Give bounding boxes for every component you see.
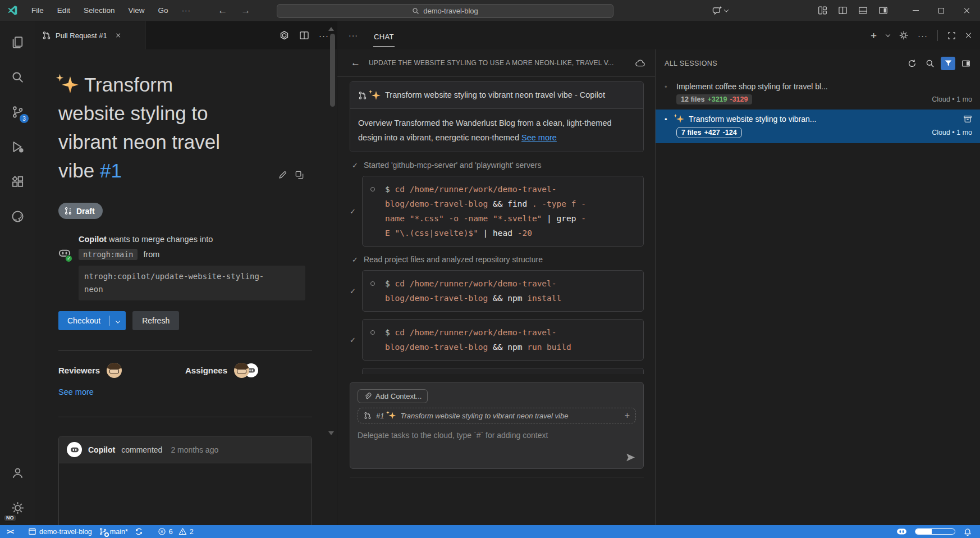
send-button[interactable]: [625, 452, 636, 463]
pr-reference-card[interactable]: Transform website styling to vibrant neo…: [350, 81, 644, 152]
pr-title: Transform website styling to vibrant neo…: [58, 70, 312, 185]
terminal-code-block[interactable]: $ cd /home/runner/work/demo-travel- blog…: [362, 319, 644, 361]
filter-sessions-icon[interactable]: [941, 57, 955, 70]
statusbar-repo[interactable]: demo-travel-blog: [25, 525, 95, 538]
menu-go[interactable]: Go: [152, 6, 175, 15]
openai-action-icon[interactable]: [279, 30, 290, 41]
refresh-button[interactable]: Refresh: [132, 311, 179, 330]
vscode-window: File Edit Selection View Go ··· ← → demo…: [0, 0, 980, 538]
session-meta: Cloud • 1 mo: [932, 95, 972, 103]
terminal-code-block[interactable]: $ cd /home/runner/work/demo-travel- blog…: [362, 176, 644, 247]
maximize-button[interactable]: [928, 0, 954, 21]
copilot-chat-toggle[interactable]: [712, 6, 728, 16]
editor-scrollbar[interactable]: [330, 34, 335, 107]
sparkles-icon: [388, 412, 396, 420]
sync-button[interactable]: [131, 525, 146, 538]
paperclip-icon: [364, 393, 372, 400]
check-badge-icon: ✓: [65, 255, 72, 262]
pull-request-icon: [42, 31, 51, 40]
chat-settings-gear-icon[interactable]: [899, 31, 908, 40]
scrollbar-up-icon[interactable]: [328, 27, 334, 31]
remote-indicator[interactable]: ><: [6, 525, 18, 538]
profile-badge: NO: [3, 514, 17, 522]
copilot-status-icon[interactable]: [896, 526, 907, 537]
pr-overview: Transform website styling to vibrant neo…: [35, 49, 337, 525]
more-actions-icon[interactable]: ···: [319, 31, 329, 40]
chat-input-placeholder[interactable]: Delegate tasks to the cloud, type `#` fo…: [358, 431, 636, 440]
chat-back-icon[interactable]: ←: [351, 57, 360, 69]
session-list-item[interactable]: • Implement coffee shop styling for trav…: [656, 77, 980, 110]
error-icon: [158, 527, 166, 536]
panel-more-icon[interactable]: ···: [349, 31, 358, 40]
base-branch-chip[interactable]: ntrogh:main: [79, 249, 138, 260]
titlebar-right: [712, 0, 980, 21]
toggle-sessions-layout-icon[interactable]: [959, 57, 973, 70]
new-chat-dropdown-icon[interactable]: [886, 32, 890, 37]
add-attachment-icon[interactable]: +: [625, 411, 630, 421]
settings-button[interactable]: NO: [0, 490, 35, 525]
archive-icon[interactable]: [963, 115, 972, 124]
toggle-secondary-sidebar-icon[interactable]: [878, 6, 888, 15]
pr-number-link[interactable]: #1: [100, 159, 122, 181]
terminal-command-line: name "*.css" -o -name "*.svelte" | grep …: [385, 211, 636, 226]
split-editor-icon[interactable]: [299, 30, 309, 40]
see-more-link[interactable]: See more: [521, 133, 557, 142]
check-icon: ✓: [352, 161, 358, 170]
nav-forward-icon[interactable]: →: [241, 5, 250, 16]
nav-back-icon[interactable]: ←: [218, 5, 227, 16]
terminal-code-block[interactable]: $ cd /home/runner/work/demo-travel- blog…: [362, 270, 644, 312]
scrollbar-down-icon[interactable]: [328, 431, 334, 435]
menu-selection[interactable]: Selection: [77, 6, 122, 15]
edit-title-icon[interactable]: [278, 170, 287, 180]
minimize-button[interactable]: [903, 0, 928, 21]
session-title: Implement coffee shop styling for travel…: [676, 82, 972, 91]
terminal-command-line: blog/demo-travel-blog && npm run build: [385, 340, 636, 354]
close-window-button[interactable]: [954, 0, 980, 21]
checkout-dropdown-icon[interactable]: [110, 316, 126, 325]
head-branch-block[interactable]: ntrogh:copilot/update-website-styling- n…: [79, 266, 305, 300]
statusbar-branch[interactable]: main*: [95, 525, 131, 538]
customize-layout-icon[interactable]: [818, 6, 827, 15]
account-button[interactable]: [0, 455, 35, 490]
add-context-button[interactable]: Add Context...: [358, 389, 428, 403]
menu-overflow-icon[interactable]: ···: [175, 6, 198, 15]
sidebar-item-extensions[interactable]: [0, 164, 35, 199]
sidebar-item-source-control[interactable]: 3: [0, 94, 35, 129]
sidebar-item-explorer[interactable]: [0, 25, 35, 60]
chat-input-box[interactable]: Add Context... #1 Transform website styl…: [350, 382, 644, 469]
command-center-search[interactable]: demo-travel-blog: [277, 4, 613, 18]
cloud-icon: [635, 58, 645, 68]
session-list-item-selected[interactable]: • Transform website styling to vibran...…: [656, 110, 980, 143]
checkout-button[interactable]: Checkout: [58, 311, 126, 330]
new-chat-button[interactable]: +: [871, 30, 877, 41]
check-icon: ✓: [352, 256, 358, 264]
search-sessions-icon[interactable]: [923, 57, 937, 70]
problems-indicator[interactable]: 6 2: [154, 525, 197, 538]
menu-view[interactable]: View: [122, 6, 152, 15]
reviewer-avatar[interactable]: [107, 363, 122, 378]
sidebar-item-run-debug[interactable]: [0, 129, 35, 164]
menu-edit[interactable]: Edit: [51, 6, 77, 15]
refresh-sessions-icon[interactable]: [905, 57, 919, 70]
comment-card: Copilot commented 2 months ago: [58, 436, 312, 525]
menu-file[interactable]: File: [25, 6, 51, 15]
sidebar-item-search[interactable]: [0, 60, 35, 94]
maximize-panel-icon[interactable]: [947, 31, 956, 40]
see-more-link[interactable]: See more: [58, 387, 312, 396]
attachment-pill[interactable]: #1 Transform website styling to vibrant …: [358, 408, 636, 423]
comment-timestamp: 2 months ago: [171, 445, 218, 454]
sidebar-item-github[interactable]: [0, 199, 35, 234]
tab-pull-request[interactable]: Pull Request #1: [35, 21, 146, 49]
notifications-bell-icon[interactable]: [963, 527, 972, 536]
chat-session-title: UPDATE THE WEBSITE STYLING TO USE A MORE…: [369, 59, 630, 67]
copilot-usage-meter[interactable]: [915, 528, 955, 535]
toggle-panel-icon[interactable]: [858, 6, 868, 15]
pr-card-title: Transform website styling to vibrant neo…: [385, 88, 605, 102]
chat-more-actions-icon[interactable]: ···: [918, 31, 928, 40]
close-panel-icon[interactable]: [965, 32, 972, 39]
assignee-avatar[interactable]: [234, 363, 249, 378]
copy-title-icon[interactable]: [295, 170, 304, 180]
split-editor-icon[interactable]: [838, 6, 848, 15]
close-tab-icon[interactable]: [116, 33, 121, 38]
tab-chat[interactable]: CHAT: [373, 25, 395, 47]
